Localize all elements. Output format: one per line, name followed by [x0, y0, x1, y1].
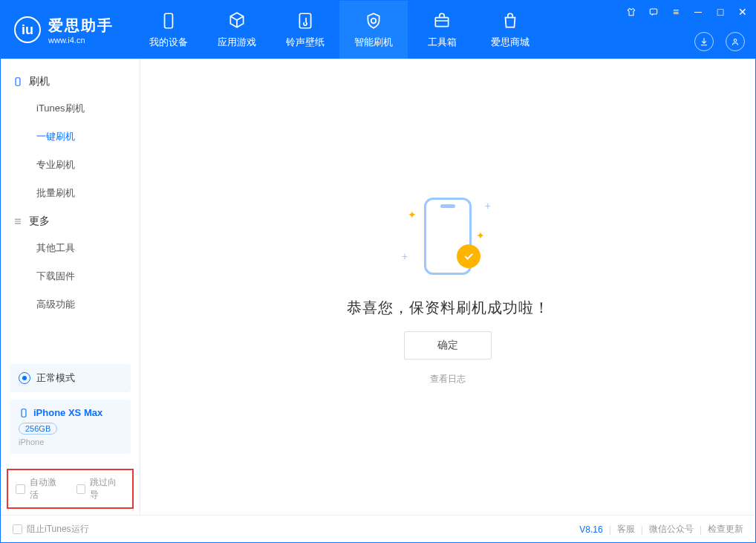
wechat-link[interactable]: 微信公众号: [649, 523, 694, 536]
sidebar-item-pro-flash[interactable]: 专业刷机: [1, 151, 140, 179]
refresh-shield-icon: [363, 10, 384, 31]
checkbox-skip-guide[interactable]: 跳过向导: [76, 476, 126, 501]
svg-point-4: [734, 39, 737, 42]
phone-icon: [158, 10, 179, 31]
tab-my-device[interactable]: 我的设备: [134, 1, 203, 59]
sidebar-item-itunes-flash[interactable]: iTunes刷机: [1, 94, 140, 123]
tab-apps-games[interactable]: 应用游戏: [203, 1, 271, 59]
tab-toolbox[interactable]: 工具箱: [408, 1, 476, 59]
customer-service-link[interactable]: 客服: [617, 523, 635, 536]
sparkle-icon: ✦: [408, 209, 417, 221]
main-content: ✦ + + ✦ 恭喜您，保资料刷机成功啦！ 确定 查看日志: [140, 59, 755, 515]
svg-rect-6: [22, 409, 26, 417]
checkbox-icon: [76, 484, 86, 494]
tab-ringtone[interactable]: 铃声壁纸: [271, 1, 339, 59]
feedback-icon[interactable]: [647, 5, 660, 19]
device-icon: [13, 77, 23, 87]
device-info-box[interactable]: iPhone XS Max 256GB iPhone: [10, 400, 131, 454]
music-note-icon: [295, 10, 316, 31]
download-icon[interactable]: [694, 32, 714, 51]
success-illustration: ✦ + + ✦: [388, 188, 507, 284]
checkbox-block-itunes[interactable]: 阻止iTunes运行: [13, 523, 89, 536]
sidebar-item-batch-flash[interactable]: 批量刷机: [1, 179, 140, 207]
header-right-icons: [694, 32, 745, 51]
sidebar-section-flash: 刷机: [1, 68, 140, 94]
ok-button[interactable]: 确定: [404, 331, 492, 360]
logo-icon: iu: [14, 16, 41, 43]
maximize-icon[interactable]: □: [714, 5, 727, 19]
view-log-link[interactable]: 查看日志: [430, 373, 466, 386]
sidebar-item-oneclick-flash[interactable]: 一键刷机: [1, 123, 140, 151]
sparkle-icon: +: [402, 250, 408, 262]
logo-area: iu 爱思助手 www.i4.cn: [1, 1, 127, 59]
checkbox-highlight-row: 自动激活 跳过向导: [7, 469, 134, 509]
phone-small-icon: [19, 408, 29, 418]
success-check-icon: [457, 244, 480, 268]
device-mode-box[interactable]: 正常模式: [10, 364, 131, 392]
sidebar-section-more: 更多: [1, 207, 140, 234]
shopping-bag-icon: [500, 10, 521, 31]
tab-smart-flash[interactable]: 智能刷机: [339, 1, 408, 59]
nav-tabs: 我的设备 应用游戏 铃声壁纸 智能刷机 工具箱 爱思商城: [134, 1, 544, 59]
sidebar-item-other-tools[interactable]: 其他工具: [1, 234, 140, 262]
sidebar-item-advanced[interactable]: 高级功能: [1, 290, 140, 319]
toolbox-icon: [431, 10, 452, 31]
list-icon: [13, 216, 23, 227]
tab-store[interactable]: 爱思商城: [476, 1, 544, 59]
app-name: 爱思助手: [48, 16, 114, 36]
footer: 阻止iTunes运行 V8.16 | 客服 | 微信公众号 | 检查更新: [1, 515, 755, 543]
sidebar-item-download-firmware[interactable]: 下载固件: [1, 262, 140, 290]
svg-rect-5: [16, 78, 20, 86]
shirt-icon[interactable]: [625, 5, 638, 19]
svg-rect-2: [435, 18, 448, 27]
minimize-icon[interactable]: ─: [691, 5, 705, 19]
app-url: www.i4.cn: [48, 36, 114, 45]
check-update-link[interactable]: 检查更新: [708, 523, 743, 536]
svg-rect-3: [650, 9, 656, 14]
checkbox-icon: [16, 484, 25, 494]
success-message: 恭喜您，保资料刷机成功啦！: [347, 298, 550, 318]
sparkle-icon: ✦: [476, 230, 485, 241]
sparkle-icon: +: [485, 200, 491, 212]
checkbox-auto-activate[interactable]: 自动激活: [16, 476, 65, 501]
menu-icon[interactable]: ≡: [669, 5, 682, 19]
app-header: iu 爱思助手 www.i4.cn 我的设备 应用游戏 铃声壁纸 智能刷机 工具…: [1, 1, 755, 59]
user-icon[interactable]: [726, 32, 745, 51]
window-controls: ≡ ─ □ ✕: [625, 5, 749, 19]
svg-rect-0: [165, 13, 173, 28]
cube-icon: [227, 10, 247, 31]
version-label: V8.16: [579, 524, 602, 535]
close-icon[interactable]: ✕: [736, 5, 749, 19]
checkbox-icon: [13, 524, 22, 534]
sidebar: 刷机 iTunes刷机 一键刷机 专业刷机 批量刷机 更多 其他工具 下载固件 …: [1, 59, 140, 515]
mode-icon: [19, 372, 30, 384]
